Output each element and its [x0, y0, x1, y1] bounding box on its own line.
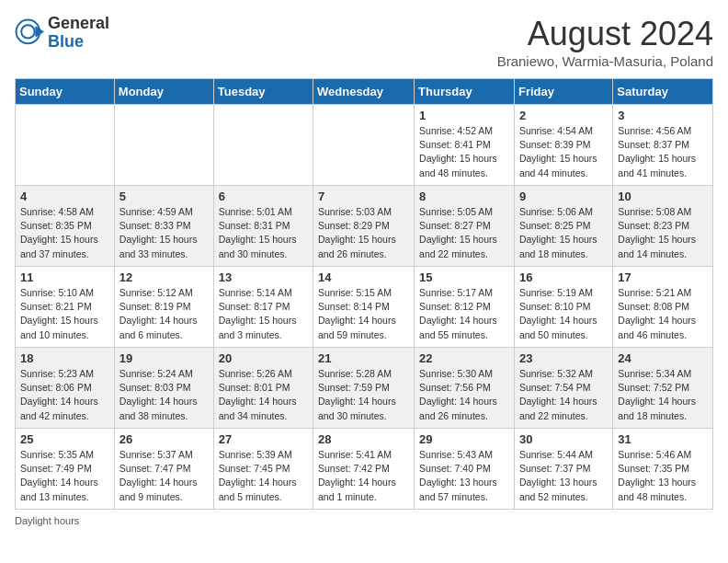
day-number: 1 — [419, 109, 509, 122]
calendar-cell: 3Sunrise: 4:56 AM Sunset: 8:37 PM Daylig… — [613, 105, 713, 186]
weekday-header-tuesday: Tuesday — [213, 79, 313, 105]
calendar-cell: 27Sunrise: 5:39 AM Sunset: 7:45 PM Dayli… — [213, 429, 313, 510]
day-info: Sunrise: 5:43 AM Sunset: 7:40 PM Dayligh… — [419, 448, 509, 504]
day-info: Sunrise: 5:41 AM Sunset: 7:42 PM Dayligh… — [318, 448, 409, 504]
day-info: Sunrise: 5:06 AM Sunset: 8:25 PM Dayligh… — [519, 205, 608, 261]
calendar-cell: 24Sunrise: 5:34 AM Sunset: 7:52 PM Dayli… — [613, 348, 713, 429]
calendar-cell: 25Sunrise: 5:35 AM Sunset: 7:49 PM Dayli… — [16, 429, 115, 510]
title-block: August 2024 Braniewo, Warmia-Masuria, Po… — [497, 15, 713, 69]
day-number: 19 — [119, 351, 209, 365]
day-info: Sunrise: 4:58 AM Sunset: 8:35 PM Dayligh… — [20, 205, 109, 261]
page-header: General Blue August 2024 Braniewo, Warmi… — [15, 15, 713, 69]
day-info: Sunrise: 5:44 AM Sunset: 7:37 PM Dayligh… — [519, 448, 608, 504]
calendar-cell: 26Sunrise: 5:37 AM Sunset: 7:47 PM Dayli… — [114, 429, 213, 510]
day-number: 9 — [519, 190, 608, 203]
day-number: 3 — [618, 109, 708, 122]
calendar-cell — [313, 105, 415, 186]
calendar-cell: 30Sunrise: 5:44 AM Sunset: 7:37 PM Dayli… — [514, 429, 612, 510]
calendar-cell: 6Sunrise: 5:01 AM Sunset: 8:31 PM Daylig… — [213, 186, 313, 267]
calendar-cell: 16Sunrise: 5:19 AM Sunset: 8:10 PM Dayli… — [514, 267, 612, 348]
day-number: 28 — [318, 432, 409, 446]
day-info: Sunrise: 4:56 AM Sunset: 8:37 PM Dayligh… — [618, 124, 708, 180]
calendar-cell: 29Sunrise: 5:43 AM Sunset: 7:40 PM Dayli… — [415, 429, 515, 510]
day-info: Sunrise: 5:10 AM Sunset: 8:21 PM Dayligh… — [20, 286, 109, 342]
day-number: 8 — [419, 190, 509, 203]
day-number: 4 — [20, 190, 109, 203]
calendar-cell: 2Sunrise: 4:54 AM Sunset: 8:39 PM Daylig… — [514, 105, 612, 186]
calendar-cell: 15Sunrise: 5:17 AM Sunset: 8:12 PM Dayli… — [415, 267, 515, 348]
day-number: 22 — [419, 351, 509, 365]
day-number: 5 — [119, 190, 209, 203]
day-info: Sunrise: 5:19 AM Sunset: 8:10 PM Dayligh… — [519, 286, 608, 342]
weekday-header-sunday: Sunday — [16, 79, 115, 105]
day-info: Sunrise: 5:17 AM Sunset: 8:12 PM Dayligh… — [419, 286, 509, 342]
day-number: 26 — [119, 432, 209, 446]
day-number: 7 — [318, 190, 409, 203]
weekday-header-wednesday: Wednesday — [313, 79, 415, 105]
calendar-cell: 28Sunrise: 5:41 AM Sunset: 7:42 PM Dayli… — [313, 429, 415, 510]
day-info: Sunrise: 5:26 AM Sunset: 8:01 PM Dayligh… — [219, 367, 308, 423]
day-number: 16 — [519, 270, 608, 284]
calendar-cell: 18Sunrise: 5:23 AM Sunset: 8:06 PM Dayli… — [16, 348, 115, 429]
day-info: Sunrise: 5:15 AM Sunset: 8:14 PM Dayligh… — [318, 286, 409, 342]
day-info: Sunrise: 5:34 AM Sunset: 7:52 PM Dayligh… — [618, 367, 708, 423]
calendar-cell: 23Sunrise: 5:32 AM Sunset: 7:54 PM Dayli… — [514, 348, 612, 429]
day-number: 27 — [219, 432, 308, 446]
day-info: Sunrise: 5:23 AM Sunset: 8:06 PM Dayligh… — [20, 367, 109, 423]
calendar-cell: 11Sunrise: 5:10 AM Sunset: 8:21 PM Dayli… — [16, 267, 115, 348]
day-info: Sunrise: 5:03 AM Sunset: 8:29 PM Dayligh… — [318, 205, 409, 261]
calendar-cell: 20Sunrise: 5:26 AM Sunset: 8:01 PM Dayli… — [213, 348, 313, 429]
day-number: 6 — [219, 190, 308, 203]
day-number: 11 — [20, 270, 109, 284]
day-info: Sunrise: 5:05 AM Sunset: 8:27 PM Dayligh… — [419, 205, 509, 261]
calendar-cell: 4Sunrise: 4:58 AM Sunset: 8:35 PM Daylig… — [16, 186, 115, 267]
day-info: Sunrise: 5:24 AM Sunset: 8:03 PM Dayligh… — [119, 367, 209, 423]
weekday-header-thursday: Thursday — [415, 79, 515, 105]
calendar-cell: 19Sunrise: 5:24 AM Sunset: 8:03 PM Dayli… — [114, 348, 213, 429]
day-info: Sunrise: 5:30 AM Sunset: 7:56 PM Dayligh… — [419, 367, 509, 423]
logo-icon — [15, 18, 44, 48]
day-info: Sunrise: 5:39 AM Sunset: 7:45 PM Dayligh… — [219, 448, 308, 504]
day-info: Sunrise: 4:54 AM Sunset: 8:39 PM Dayligh… — [519, 124, 608, 180]
weekday-header-friday: Friday — [514, 79, 612, 105]
calendar-cell: 12Sunrise: 5:12 AM Sunset: 8:19 PM Dayli… — [114, 267, 213, 348]
day-number: 24 — [618, 351, 708, 365]
svg-point-1 — [21, 25, 34, 38]
calendar-cell: 17Sunrise: 5:21 AM Sunset: 8:08 PM Dayli… — [613, 267, 713, 348]
day-number: 2 — [519, 109, 608, 122]
calendar-table: SundayMondayTuesdayWednesdayThursdayFrid… — [15, 78, 713, 510]
logo-text: General Blue — [48, 15, 109, 52]
weekday-header-saturday: Saturday — [613, 79, 713, 105]
day-info: Sunrise: 5:35 AM Sunset: 7:49 PM Dayligh… — [20, 448, 109, 504]
day-info: Sunrise: 5:37 AM Sunset: 7:47 PM Dayligh… — [119, 448, 209, 504]
day-number: 31 — [618, 432, 708, 446]
calendar-cell: 13Sunrise: 5:14 AM Sunset: 8:17 PM Dayli… — [213, 267, 313, 348]
day-info: Sunrise: 5:01 AM Sunset: 8:31 PM Dayligh… — [219, 205, 308, 261]
day-number: 13 — [219, 270, 308, 284]
day-info: Sunrise: 4:59 AM Sunset: 8:33 PM Dayligh… — [119, 205, 209, 261]
logo: General Blue — [15, 15, 109, 52]
day-info: Sunrise: 5:21 AM Sunset: 8:08 PM Dayligh… — [618, 286, 708, 342]
calendar-cell: 22Sunrise: 5:30 AM Sunset: 7:56 PM Dayli… — [415, 348, 515, 429]
month-year: August 2024 — [497, 15, 713, 53]
day-number: 14 — [318, 270, 409, 284]
location: Braniewo, Warmia-Masuria, Poland — [497, 53, 713, 69]
weekday-header-monday: Monday — [114, 79, 213, 105]
calendar-cell — [16, 105, 115, 186]
day-info: Sunrise: 5:14 AM Sunset: 8:17 PM Dayligh… — [219, 286, 308, 342]
day-info: Sunrise: 5:28 AM Sunset: 7:59 PM Dayligh… — [318, 367, 409, 423]
calendar-cell: 9Sunrise: 5:06 AM Sunset: 8:25 PM Daylig… — [514, 186, 612, 267]
calendar-cell — [213, 105, 313, 186]
calendar-cell: 10Sunrise: 5:08 AM Sunset: 8:23 PM Dayli… — [613, 186, 713, 267]
calendar-cell: 14Sunrise: 5:15 AM Sunset: 8:14 PM Dayli… — [313, 267, 415, 348]
day-number: 15 — [419, 270, 509, 284]
day-number: 12 — [119, 270, 209, 284]
day-number: 21 — [318, 351, 409, 365]
day-number: 30 — [519, 432, 608, 446]
day-number: 25 — [20, 432, 109, 446]
calendar-cell: 8Sunrise: 5:05 AM Sunset: 8:27 PM Daylig… — [415, 186, 515, 267]
calendar-cell — [114, 105, 213, 186]
calendar-cell: 31Sunrise: 5:46 AM Sunset: 7:35 PM Dayli… — [613, 429, 713, 510]
day-number: 23 — [519, 351, 608, 365]
footer-note: Daylight hours — [15, 515, 713, 526]
